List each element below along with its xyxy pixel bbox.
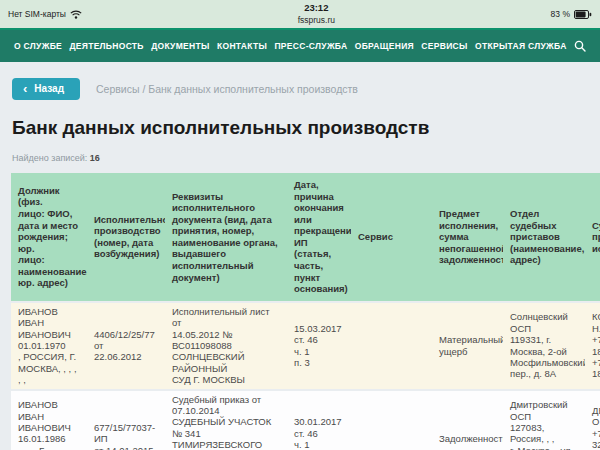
battery-percent-label: 83 % [551, 9, 570, 19]
nav-item-documents[interactable]: ДОКУМЕНТЫ [151, 41, 209, 51]
table-row: ИВАНОВ ИВАН ИВАНОВИЧ 01.01.1970 , РОССИЯ… [11, 303, 600, 389]
status-battery-group: 83 % [551, 9, 592, 19]
col-header-debtor: Должник (физ. лицо: ФИО, дата и место ро… [11, 173, 87, 301]
col-header-document: Реквизиты исполнительного документа (вид… [165, 173, 287, 301]
nav-item-open-service[interactable]: ОТКРЫТАЯ СЛУЖБА [475, 41, 567, 51]
search-icon[interactable] [574, 40, 586, 52]
cell-proceeding: 4406/12/25/77 от 22.06.2012 [87, 303, 165, 389]
breadcrumb: Сервисы / Банк данных исполнительных про… [96, 83, 358, 95]
cell-subject: Задолженность [432, 391, 503, 450]
cell-proceeding: 677/15/77037-ИП от 14.01.2015 [87, 391, 165, 450]
col-header-department: Отдел судебных приставов (наименование, … [503, 173, 585, 301]
cell-debtor: ИВАНОВ ИВАН ИВАНОВИЧ 16.01.1986 , , , , … [11, 391, 87, 450]
nav-item-press[interactable]: ПРЕСС-СЛУЖБА [274, 41, 347, 51]
results-count-line: Найдено записей: 16 [12, 153, 588, 163]
cell-debtor: ИВАНОВ ИВАН ИВАНОВИЧ 01.01.1970 , РОССИЯ… [11, 303, 87, 389]
results-count: 16 [90, 153, 100, 163]
status-center-group: 23:12 fssprus.ru [298, 2, 335, 25]
cell-subject: Материальный ущерб [432, 303, 503, 389]
main-nav: О СЛУЖБЕ ДЕЯТЕЛЬНОСТЬ ДОКУМЕНТЫ КОНТАКТЫ… [0, 28, 600, 62]
cell-department: Солнцевский ОСП 119331, г. Москва, 2-ой … [503, 303, 585, 389]
results-label: Найдено записей: [12, 153, 87, 163]
cell-end-reason: 30.01.2017 ст. 46 ч. 1 п. 3 [287, 391, 351, 450]
back-button-label: Назад [34, 83, 64, 94]
nav-item-contacts[interactable]: КОНТАКТЫ [217, 41, 267, 51]
clock-label: 23:12 [298, 2, 335, 14]
col-header-bailiff: Су пр ис [585, 173, 600, 301]
back-chevron-icon: ‹ [23, 84, 27, 93]
url-label: fssprus.ru [298, 15, 335, 26]
nav-item-appeals[interactable]: ОБРАЩЕНИЯ [355, 41, 414, 51]
table-header-row: Должник (физ. лицо: ФИО, дата и место ро… [11, 173, 600, 301]
table-row: ИВАНОВ ИВАН ИВАНОВИЧ 16.01.1986 , , , , … [11, 391, 600, 450]
status-carrier-group: Нет SIM-карты [8, 9, 82, 19]
carrier-label: Нет SIM-карты [8, 9, 66, 19]
col-header-subject: Предмет исполнения, сумма непогашенной з… [432, 173, 503, 301]
back-button[interactable]: ‹ Назад [12, 78, 80, 100]
wifi-icon [70, 10, 82, 19]
cell-document: Исполнительный лист от 14.05.2012 № ВС01… [165, 303, 287, 389]
nav-item-services[interactable]: СЕРВИСЫ [421, 41, 467, 51]
battery-icon [574, 10, 592, 19]
nav-item-about[interactable]: О СЛУЖБЕ [14, 41, 62, 51]
status-bar: Нет SIM-карты 23:12 fssprus.ru 83 % [0, 0, 600, 28]
page-title: Банк данных исполнительных производств [12, 117, 588, 139]
proceedings-table: Должник (физ. лицо: ФИО, дата и место ро… [11, 171, 600, 450]
cell-service [351, 391, 432, 450]
page-content: ‹ Назад Сервисы / Банк данных исполнител… [0, 78, 600, 450]
col-header-service: Сервис [351, 173, 432, 301]
cell-department: Дмитровский ОСП 127083, Россия, , , г. М… [503, 391, 585, 450]
cell-service [351, 303, 432, 389]
nav-item-activity[interactable]: ДЕЯТЕЛЬНОСТЬ [69, 41, 143, 51]
cell-bailiff: ДЕ О. +7( 32- +7( 32- [585, 391, 600, 450]
col-header-proceeding: Исполнительное производство (номер, дата… [87, 173, 165, 301]
col-header-end-reason: Дата, причина окончания или прекращения … [287, 173, 351, 301]
cell-document: Судебный приказ от 07.10.2014 СУДЕБНЫЙ У… [165, 391, 287, 450]
cell-bailiff: КО Н. +7( 18- +7( 18- [585, 303, 600, 389]
breadcrumb-row: ‹ Назад Сервисы / Банк данных исполнител… [12, 78, 588, 100]
cell-end-reason: 15.03.2017 ст. 46 ч. 1 п. 3 [287, 303, 351, 389]
